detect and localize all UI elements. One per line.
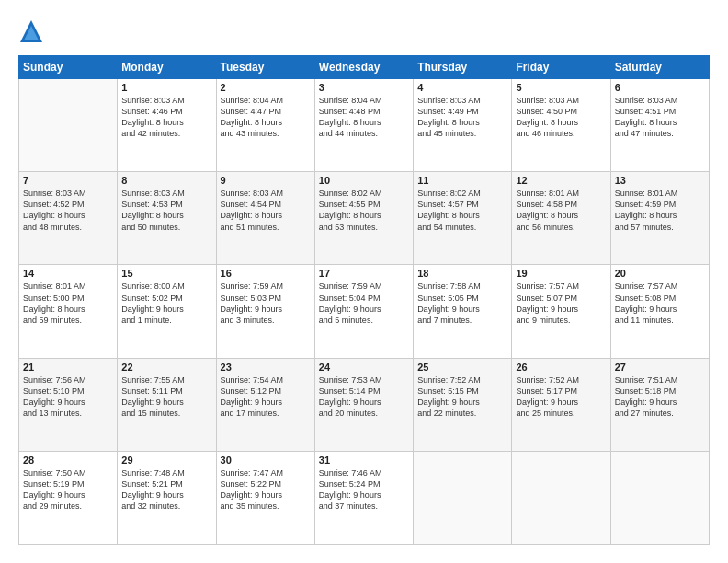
day-number: 7 — [23, 175, 113, 186]
day-number: 24 — [319, 362, 409, 373]
calendar-cell: 10Sunrise: 8:02 AM Sunset: 4:55 PM Dayli… — [314, 172, 413, 265]
day-info: Sunrise: 7:47 AM Sunset: 5:22 PM Dayligh… — [221, 467, 311, 512]
calendar-cell: 20Sunrise: 7:57 AM Sunset: 5:08 PM Dayli… — [610, 265, 709, 358]
calendar-cell: 3Sunrise: 8:04 AM Sunset: 4:48 PM Daylig… — [314, 79, 413, 172]
day-number: 22 — [121, 362, 211, 373]
weekday-header-saturday: Saturday — [610, 56, 709, 79]
weekday-header-monday: Monday — [118, 56, 216, 79]
calendar-week-5: 28Sunrise: 7:50 AM Sunset: 5:19 PM Dayli… — [19, 451, 710, 544]
calendar-header: SundayMondayTuesdayWednesdayThursdayFrid… — [19, 56, 710, 79]
calendar-cell: 16Sunrise: 7:59 AM Sunset: 5:03 PM Dayli… — [216, 265, 314, 358]
calendar-body: 1Sunrise: 8:03 AM Sunset: 4:46 PM Daylig… — [19, 79, 710, 545]
day-info: Sunrise: 7:57 AM Sunset: 5:08 PM Dayligh… — [615, 281, 705, 326]
day-number: 8 — [121, 175, 211, 186]
day-info: Sunrise: 7:56 AM Sunset: 5:10 PM Dayligh… — [23, 374, 113, 419]
day-info: Sunrise: 8:01 AM Sunset: 4:59 PM Dayligh… — [615, 188, 705, 233]
day-info: Sunrise: 7:59 AM Sunset: 5:04 PM Dayligh… — [319, 281, 409, 326]
day-number: 28 — [23, 454, 113, 465]
calendar-cell: 2Sunrise: 8:04 AM Sunset: 4:47 PM Daylig… — [216, 79, 314, 172]
calendar-cell: 21Sunrise: 7:56 AM Sunset: 5:10 PM Dayli… — [19, 358, 118, 451]
day-info: Sunrise: 7:57 AM Sunset: 5:07 PM Dayligh… — [516, 281, 606, 326]
day-info: Sunrise: 7:59 AM Sunset: 5:03 PM Dayligh… — [221, 281, 311, 326]
day-info: Sunrise: 8:01 AM Sunset: 5:00 PM Dayligh… — [23, 281, 113, 326]
weekday-header-friday: Friday — [512, 56, 610, 79]
day-number: 27 — [615, 362, 705, 373]
day-number: 23 — [221, 362, 311, 373]
day-number: 18 — [417, 268, 507, 279]
weekday-header-wednesday: Wednesday — [314, 56, 413, 79]
day-info: Sunrise: 7:48 AM Sunset: 5:21 PM Dayligh… — [121, 467, 211, 512]
calendar-week-3: 14Sunrise: 8:01 AM Sunset: 5:00 PM Dayli… — [19, 265, 710, 358]
day-number: 1 — [121, 82, 211, 93]
day-info: Sunrise: 8:03 AM Sunset: 4:50 PM Dayligh… — [516, 95, 606, 140]
calendar-cell: 4Sunrise: 8:03 AM Sunset: 4:49 PM Daylig… — [414, 79, 512, 172]
calendar-cell: 24Sunrise: 7:53 AM Sunset: 5:14 PM Dayli… — [314, 358, 413, 451]
day-info: Sunrise: 8:03 AM Sunset: 4:49 PM Dayligh… — [417, 95, 507, 140]
calendar-cell: 15Sunrise: 8:00 AM Sunset: 5:02 PM Dayli… — [118, 265, 216, 358]
calendar-week-4: 21Sunrise: 7:56 AM Sunset: 5:10 PM Dayli… — [19, 358, 710, 451]
calendar-cell — [414, 451, 512, 544]
day-number: 20 — [615, 268, 705, 279]
weekday-header-sunday: Sunday — [19, 56, 118, 79]
calendar-cell: 7Sunrise: 8:03 AM Sunset: 4:52 PM Daylig… — [19, 172, 118, 265]
day-info: Sunrise: 8:04 AM Sunset: 4:47 PM Dayligh… — [221, 95, 311, 140]
calendar-cell — [512, 451, 610, 544]
calendar-week-2: 7Sunrise: 8:03 AM Sunset: 4:52 PM Daylig… — [19, 172, 710, 265]
day-number: 4 — [417, 82, 507, 93]
calendar-cell: 6Sunrise: 8:03 AM Sunset: 4:51 PM Daylig… — [610, 79, 709, 172]
day-number: 21 — [23, 362, 113, 373]
day-number: 14 — [23, 268, 113, 279]
logo — [18, 18, 48, 44]
calendar-cell: 28Sunrise: 7:50 AM Sunset: 5:19 PM Dayli… — [19, 451, 118, 544]
day-info: Sunrise: 7:52 AM Sunset: 5:15 PM Dayligh… — [417, 374, 507, 419]
day-number: 16 — [221, 268, 311, 279]
day-info: Sunrise: 7:50 AM Sunset: 5:19 PM Dayligh… — [23, 467, 113, 512]
day-info: Sunrise: 8:03 AM Sunset: 4:54 PM Dayligh… — [221, 188, 311, 233]
calendar-cell: 5Sunrise: 8:03 AM Sunset: 4:50 PM Daylig… — [512, 79, 610, 172]
day-info: Sunrise: 8:04 AM Sunset: 4:48 PM Dayligh… — [319, 95, 409, 140]
day-number: 15 — [121, 268, 211, 279]
calendar-cell: 12Sunrise: 8:01 AM Sunset: 4:58 PM Dayli… — [512, 172, 610, 265]
day-number: 9 — [221, 175, 311, 186]
calendar-cell: 17Sunrise: 7:59 AM Sunset: 5:04 PM Dayli… — [314, 265, 413, 358]
calendar-cell: 23Sunrise: 7:54 AM Sunset: 5:12 PM Dayli… — [216, 358, 314, 451]
day-info: Sunrise: 8:02 AM Sunset: 4:57 PM Dayligh… — [417, 188, 507, 233]
calendar-cell: 14Sunrise: 8:01 AM Sunset: 5:00 PM Dayli… — [19, 265, 118, 358]
logo-icon — [18, 18, 44, 44]
calendar-cell — [610, 451, 709, 544]
day-info: Sunrise: 7:54 AM Sunset: 5:12 PM Dayligh… — [221, 374, 311, 419]
calendar-cell: 18Sunrise: 7:58 AM Sunset: 5:05 PM Dayli… — [414, 265, 512, 358]
day-info: Sunrise: 7:55 AM Sunset: 5:11 PM Dayligh… — [121, 374, 211, 419]
day-number: 19 — [516, 268, 606, 279]
day-number: 6 — [615, 82, 705, 93]
day-number: 25 — [417, 362, 507, 373]
calendar-cell: 25Sunrise: 7:52 AM Sunset: 5:15 PM Dayli… — [414, 358, 512, 451]
calendar-cell: 1Sunrise: 8:03 AM Sunset: 4:46 PM Daylig… — [118, 79, 216, 172]
day-info: Sunrise: 7:51 AM Sunset: 5:18 PM Dayligh… — [615, 374, 705, 419]
day-number: 26 — [516, 362, 606, 373]
day-number: 13 — [615, 175, 705, 186]
day-number: 10 — [319, 175, 409, 186]
calendar-cell: 8Sunrise: 8:03 AM Sunset: 4:53 PM Daylig… — [118, 172, 216, 265]
calendar-cell: 29Sunrise: 7:48 AM Sunset: 5:21 PM Dayli… — [118, 451, 216, 544]
calendar-cell: 9Sunrise: 8:03 AM Sunset: 4:54 PM Daylig… — [216, 172, 314, 265]
page: SundayMondayTuesdayWednesdayThursdayFrid… — [0, 0, 728, 563]
weekday-header-thursday: Thursday — [414, 56, 512, 79]
day-number: 17 — [319, 268, 409, 279]
day-info: Sunrise: 8:03 AM Sunset: 4:51 PM Dayligh… — [615, 95, 705, 140]
calendar-week-1: 1Sunrise: 8:03 AM Sunset: 4:46 PM Daylig… — [19, 79, 710, 172]
day-info: Sunrise: 8:02 AM Sunset: 4:55 PM Dayligh… — [319, 188, 409, 233]
day-info: Sunrise: 8:03 AM Sunset: 4:52 PM Dayligh… — [23, 188, 113, 233]
calendar-table: SundayMondayTuesdayWednesdayThursdayFrid… — [18, 55, 710, 545]
header — [18, 18, 710, 44]
calendar-cell: 11Sunrise: 8:02 AM Sunset: 4:57 PM Dayli… — [414, 172, 512, 265]
day-info: Sunrise: 8:00 AM Sunset: 5:02 PM Dayligh… — [121, 281, 211, 326]
calendar-cell: 19Sunrise: 7:57 AM Sunset: 5:07 PM Dayli… — [512, 265, 610, 358]
day-number: 12 — [516, 175, 606, 186]
day-number: 30 — [221, 454, 311, 465]
weekday-header-tuesday: Tuesday — [216, 56, 314, 79]
calendar-cell: 31Sunrise: 7:46 AM Sunset: 5:24 PM Dayli… — [314, 451, 413, 544]
day-info: Sunrise: 8:03 AM Sunset: 4:53 PM Dayligh… — [121, 188, 211, 233]
day-info: Sunrise: 7:58 AM Sunset: 5:05 PM Dayligh… — [417, 281, 507, 326]
day-number: 2 — [221, 82, 311, 93]
